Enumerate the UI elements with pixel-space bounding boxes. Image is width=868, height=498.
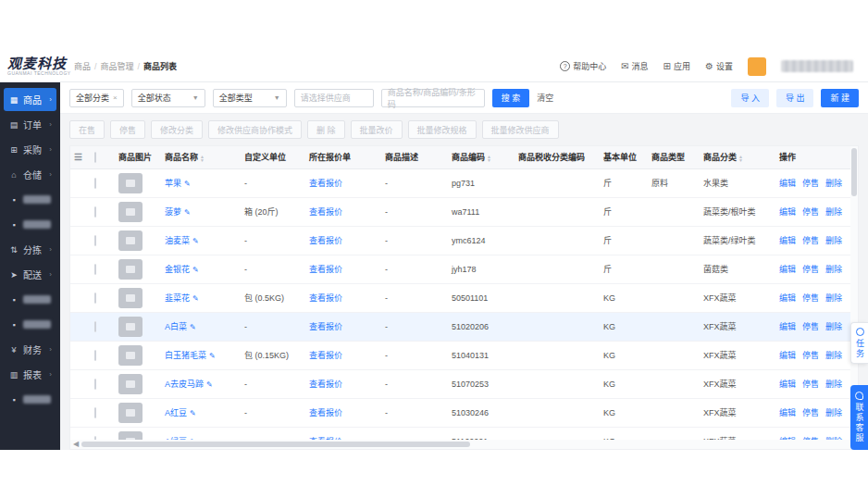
breadcrumb-link[interactable]: 商品管理 xyxy=(101,60,134,72)
product-name-link[interactable]: 菠萝 xyxy=(165,207,181,217)
product-name-link[interactable]: A去皮马蹄 xyxy=(165,380,204,389)
product-name-link[interactable]: A白菜 xyxy=(165,322,187,331)
batch-button[interactable]: 删 除 xyxy=(307,120,345,139)
edit-name-icon[interactable]: ✎ xyxy=(190,323,196,331)
topbar-help-button[interactable]: ?帮助中心 xyxy=(560,60,606,72)
sidebar-item-orders[interactable]: ▤订单› xyxy=(4,113,56,136)
stop-sale-action-link[interactable]: 停售 xyxy=(802,234,819,246)
clear-filters-button[interactable]: 清空 xyxy=(537,92,553,104)
row-checkbox[interactable] xyxy=(94,235,96,246)
delete-action-link[interactable]: 删除 xyxy=(825,378,842,390)
keyword-search-input[interactable]: 商品名称/商品编码/条形码 xyxy=(381,89,485,107)
stop-sale-action-link[interactable]: 停售 xyxy=(802,406,819,418)
sidebar-item-redacted[interactable]: ▪ xyxy=(4,213,56,236)
delete-action-link[interactable]: 删除 xyxy=(825,406,842,418)
view-quote-link[interactable]: 查看报价 xyxy=(309,408,342,417)
batch-button[interactable]: 批量改价 xyxy=(351,120,403,139)
edit-action-link[interactable]: 编辑 xyxy=(779,205,796,218)
export-button[interactable]: 导 出 xyxy=(776,89,814,107)
delete-action-link[interactable]: 删除 xyxy=(825,320,842,332)
status-select[interactable]: 全部状态 ▼ xyxy=(131,89,205,107)
edit-action-link[interactable]: 编辑 xyxy=(779,234,796,246)
sidebar-item-goods[interactable]: ▦商品› xyxy=(4,88,56,111)
edit-action-link[interactable]: 编辑 xyxy=(779,177,796,189)
category-filter-tag[interactable]: 全部分类 × xyxy=(69,89,124,107)
sidebar-item-finance[interactable]: ¥财务› xyxy=(4,338,56,361)
stop-sale-action-link[interactable]: 停售 xyxy=(802,378,819,390)
edit-action-link[interactable]: 编辑 xyxy=(779,378,796,390)
delete-action-link[interactable]: 删除 xyxy=(825,349,842,361)
view-quote-link[interactable]: 查看报价 xyxy=(309,207,342,217)
edit-action-link[interactable]: 编辑 xyxy=(779,349,796,361)
edit-name-icon[interactable]: ✎ xyxy=(190,409,196,417)
sort-icon[interactable]: ▲▼ xyxy=(200,155,205,162)
edit-name-icon[interactable]: ✎ xyxy=(209,352,216,360)
batch-button[interactable]: 批量修改规格 xyxy=(408,120,477,139)
sidebar-item-warehouse[interactable]: ⌂仓储› xyxy=(4,163,56,186)
topbar-apps-button[interactable]: ⊞应用 xyxy=(663,60,690,72)
edit-action-link[interactable]: 编辑 xyxy=(779,320,796,332)
product-name-link[interactable]: 苹果 xyxy=(165,179,181,188)
delete-action-link[interactable]: 删除 xyxy=(825,205,842,218)
batch-button[interactable]: 修改分类 xyxy=(151,120,203,139)
row-checkbox[interactable] xyxy=(94,350,96,361)
sort-icon[interactable]: ▲▼ xyxy=(738,155,743,162)
product-name-link[interactable]: 油麦菜 xyxy=(165,236,190,245)
delete-action-link[interactable]: 删除 xyxy=(825,292,842,304)
row-checkbox[interactable] xyxy=(94,321,96,332)
vertical-scrollbar-thumb[interactable] xyxy=(851,148,857,196)
stop-sale-action-link[interactable]: 停售 xyxy=(802,263,819,275)
horizontal-scrollbar-thumb[interactable] xyxy=(81,442,470,447)
type-select[interactable]: 全部类型 ▼ xyxy=(213,89,287,107)
row-checkbox[interactable] xyxy=(94,264,96,275)
view-quote-link[interactable]: 查看报价 xyxy=(309,265,342,274)
avatar[interactable] xyxy=(748,57,766,76)
batch-button[interactable]: 停售 xyxy=(110,120,145,139)
sidebar-item-redacted[interactable]: ▪ xyxy=(4,188,56,211)
remove-tag-icon[interactable]: × xyxy=(113,93,118,102)
stop-sale-action-link[interactable]: 停售 xyxy=(802,177,819,189)
sort-icon[interactable]: ▲▼ xyxy=(487,155,491,162)
product-name-link[interactable]: 金银花 xyxy=(165,265,190,274)
supplier-input[interactable]: 请选择供应商 xyxy=(294,89,374,107)
product-name-link[interactable]: 白玉猪毛菜 xyxy=(165,351,206,360)
stop-sale-action-link[interactable]: 停售 xyxy=(802,320,819,332)
batch-button[interactable]: 修改供应商协作模式 xyxy=(208,120,302,139)
topbar-settings-button[interactable]: ⚙设置 xyxy=(705,60,733,72)
edit-name-icon[interactable]: ✎ xyxy=(184,180,191,188)
sidebar-item-redacted[interactable]: ▪ xyxy=(4,388,56,411)
search-button[interactable]: 搜 索 xyxy=(492,89,530,107)
topbar-message-button[interactable]: ✉消息 xyxy=(621,60,648,72)
stop-sale-action-link[interactable]: 停售 xyxy=(802,205,819,218)
breadcrumb-link[interactable]: 商品 xyxy=(74,60,91,72)
edit-name-icon[interactable]: ✎ xyxy=(184,208,191,217)
sidebar-item-sorting[interactable]: ⇅分拣› xyxy=(4,238,56,261)
task-floating-tab[interactable]: 任务 xyxy=(850,322,868,364)
row-checkbox[interactable] xyxy=(94,379,96,390)
edit-name-icon[interactable]: ✎ xyxy=(206,380,213,389)
row-checkbox[interactable] xyxy=(94,407,96,418)
edit-name-icon[interactable]: ✎ xyxy=(192,294,199,303)
stop-sale-action-link[interactable]: 停售 xyxy=(802,292,819,304)
horizontal-scrollbar[interactable]: ◀ xyxy=(70,440,850,449)
edit-action-link[interactable]: 编辑 xyxy=(779,263,796,275)
edit-action-link[interactable]: 编辑 xyxy=(779,406,796,418)
view-quote-link[interactable]: 查看报价 xyxy=(309,322,342,331)
select-all-checkbox[interactable] xyxy=(94,152,96,163)
delete-action-link[interactable]: 删除 xyxy=(825,263,842,275)
edit-name-icon[interactable]: ✎ xyxy=(192,237,199,245)
row-checkbox[interactable] xyxy=(94,206,96,218)
sidebar-item-redacted[interactable]: ▪ xyxy=(4,313,56,336)
edit-action-link[interactable]: 编辑 xyxy=(779,292,796,304)
column-settings-icon[interactable]: ☰ xyxy=(74,152,82,162)
stop-sale-action-link[interactable]: 停售 xyxy=(802,349,819,361)
contact-service-button[interactable]: 联系客服 xyxy=(850,385,868,450)
edit-name-icon[interactable]: ✎ xyxy=(192,266,199,274)
create-button[interactable]: 新 建 xyxy=(821,89,859,107)
batch-button[interactable]: 在售 xyxy=(69,120,105,139)
delete-action-link[interactable]: 删除 xyxy=(825,234,842,246)
view-quote-link[interactable]: 查看报价 xyxy=(309,236,342,245)
row-checkbox[interactable] xyxy=(94,293,96,304)
view-quote-link[interactable]: 查看报价 xyxy=(309,179,342,188)
product-name-link[interactable]: 韭菜花 xyxy=(165,293,190,303)
